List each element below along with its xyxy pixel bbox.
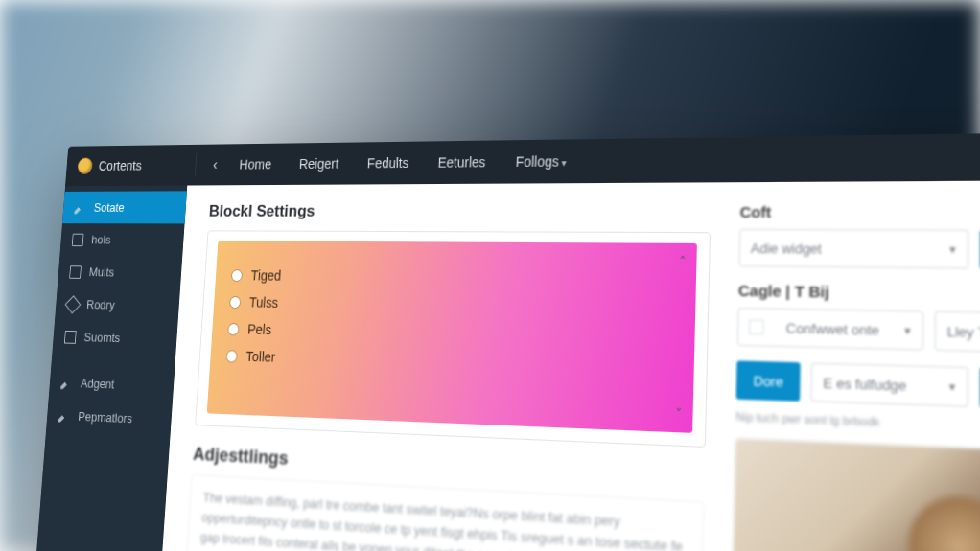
radio-icon[interactable] [227,322,240,334]
nav-home[interactable]: Home [228,150,282,177]
hint-text: Nip tuch pwr sont lg brbodk [735,410,980,436]
pencil-icon [60,376,73,389]
block-settings-title: Blockl Settings [208,201,712,222]
box-icon [64,330,77,343]
thumbnail-image[interactable] [732,438,980,551]
sidebar-item-sotate[interactable]: Sotate [62,191,187,223]
tag-icon [65,295,82,313]
admin-panel: Cortents ‹ Home Reigert Fedults Eeturles… [27,132,980,551]
sidebar-item-label: Sotate [93,200,125,214]
sidebar-item-label: hols [91,233,111,247]
right-column: Coft Adie widget Toolbe Cagle | T Bij Co… [722,180,980,551]
dore-button[interactable]: Dore [736,360,801,401]
center-column: Blockl Settings ˄ Tiged Tulss [153,182,735,551]
sidebar-item-suomts[interactable]: Suomts [52,320,177,356]
gradient-options: ˄ Tiged Tulss Pels [207,241,697,433]
sidebar-item-adgent[interactable]: Adgent [49,366,175,403]
option-label: Tiged [250,267,281,283]
option-pels[interactable]: Pels [227,321,676,348]
chevron-down-icon[interactable]: ˅ [675,405,683,422]
sidebar-item-pepmatlors[interactable]: Pepmatlors [46,399,173,437]
coft-select[interactable]: Adie widget [738,229,968,269]
file-icon [69,265,82,279]
select-value: Adie widget [751,240,822,256]
select-value: Lley Tule [947,323,980,341]
nav-fedults[interactable]: Fedults [356,149,420,177]
pencil-icon [74,201,86,214]
radio-icon[interactable] [225,350,238,362]
option-label: Toller [245,349,275,365]
sidebar: Sotate hols Mults Rodry Suomts [27,186,187,551]
radio-icon[interactable] [231,269,243,282]
select-value: E es fulfudge [823,375,906,394]
brand-icon [78,158,93,174]
nav-eeturles[interactable]: Eeturles [427,149,498,176]
box-icon [749,319,764,334]
sidebar-item-mults[interactable]: Mults [58,256,183,290]
nav-follogs[interactable]: Follogs [503,148,578,176]
pencil-icon [58,409,71,423]
option-tiged[interactable]: Tiged [231,267,678,288]
sidebar-item-label: Suomts [83,330,121,345]
fulfudge-select[interactable]: E es fulfudge [811,363,969,407]
topbar: Cortents ‹ Home Reigert Fedults Eeturles… [65,132,980,186]
cagle-select[interactable]: Confwwet onte [737,308,923,351]
file-icon [72,233,84,245]
radio-icon[interactable] [229,295,241,308]
chevron-up-icon[interactable]: ˄ [679,254,687,269]
sidebar-item-rodry[interactable]: Rodry [55,287,180,323]
option-tulss[interactable]: Tulss [229,294,677,318]
sidebar-item-hols[interactable]: hols [59,223,184,257]
sidebar-item-label: Rodry [86,297,116,311]
option-toller[interactable]: Toller [225,348,675,377]
brand[interactable]: Cortents [78,157,190,174]
cagle-label: Cagle | T Bij [738,282,980,305]
nav-reigert[interactable]: Reigert [288,150,350,177]
coft-label: Coft [739,202,980,221]
nav-back-icon[interactable]: ‹ [207,156,222,173]
option-label: Tulss [249,294,279,310]
block-settings-card: ˄ Tiged Tulss Pels [195,230,711,448]
sidebar-item-label: Adgent [80,376,114,391]
option-label: Pels [247,321,272,337]
select-value: Confwwet onte [786,320,879,338]
brand-text: Cortents [98,158,142,173]
cagle-select-2[interactable]: Lley Tule [935,311,980,354]
sidebar-item-label: Mults [88,264,114,279]
nav-separator [195,153,198,177]
sidebar-item-label: Pepmatlors [78,409,133,425]
